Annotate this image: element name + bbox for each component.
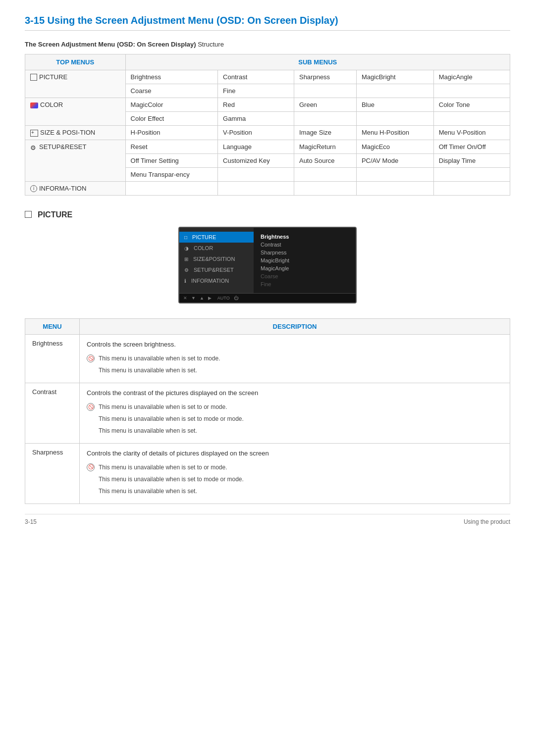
osd-sub-cell [294,84,356,98]
top-menus-header: TOP MENUS [25,54,126,70]
size-table-icon [30,130,38,137]
osd-mockup-sub-item: MagicBright [261,256,349,264]
osd-mockup-sub-item: Contrast [261,241,349,249]
desc-content-cell: Controls the clarity of details of pictu… [80,443,510,504]
osd-sub-cell: Green [294,98,356,112]
osd-mockup-sub-item: Coarse [261,272,349,280]
sub-menus-header: SUB MENUS [125,54,510,70]
osd-mockup-sub-item: Sharpness [261,249,349,256]
osd-sub-cell: Menu Transpar-ency [125,167,218,181]
osd-menu-cell: PICTURE [25,70,126,98]
structure-desc-bold: The Screen Adjustment Menu (OSD: On Scre… [25,41,196,48]
osd-sub-cell: V-Position [218,126,294,140]
osd-sub-cell: Sharpness [294,70,356,84]
desc-content-cell: Controls the screen brightness. 🚫 This m… [80,335,510,383]
osd-sub-cell: Menu V-Position [433,126,510,140]
footer-right: Using the product [464,518,510,525]
osd-sub-cell: Off Timer Setting [125,153,218,167]
osd-mockup-sub-item: Fine [261,280,349,288]
osd-sub-cell: Reset [125,140,218,153]
osd-structure-table: TOP MENUS SUB MENUS PICTUREBrightnessCon… [25,54,510,196]
note-text: This menu is unavailable when is set to … [99,475,503,484]
note-icon: 🚫 [87,463,95,471]
osd-sub-cell: Display Time [433,153,510,167]
osd-mockup: □PICTURE◑COLOR⊞SIZE&POSITION⚙SETUP&RESET… [25,227,510,303]
osd-item-label: SETUP&RESET [194,267,234,273]
desc-main-text: Controls the screen brightness. [87,340,503,350]
note-item: This menu is unavailable when is set. [87,426,503,435]
desc-content-cell: Controls the contrast of the pictures di… [80,383,510,443]
osd-mockup-menu-item: ℹINFORMATION [179,275,254,286]
note-item: This menu is unavailable when is set to … [87,414,503,423]
setup-table-icon: ⚙ [30,144,37,150]
osd-sub-cell: Customized Key [218,153,294,167]
osd-item-label: INFORMATION [191,278,229,284]
osd-item-label: PICTURE [192,234,216,240]
osd-sub-cell [294,181,356,196]
osd-sub-cell: PC/AV Mode [356,153,433,167]
desc-menu-cell: Contrast [25,383,80,443]
osd-item-label: COLOR [194,245,213,251]
desc-menu-header: MENU [25,319,80,335]
osd-sub-cell [125,181,218,196]
note-item: 🚫 This menu is unavailable when is set t… [87,463,503,472]
osd-item-icon: ⊞ [184,256,188,262]
note-text: This menu is unavailable when is set to … [99,403,503,411]
page-title: 3-15 Using the Screen Adjustment Menu (O… [25,15,510,31]
desc-description-header: DESCRIPTION [80,319,510,335]
osd-mockup-menu-item: ⚙SETUP&RESET [179,264,254,275]
osd-btn-down: ▼ [191,296,196,301]
osd-sub-cell [356,167,433,181]
desc-table-row: ContrastControls the contrast of the pic… [25,383,510,443]
page-footer: 3-15 Using the product [25,514,510,525]
osd-bottom-bar: ✕ ▼ ▲ ▶ AUTO ⏻ [179,293,356,302]
osd-sub-cell [356,181,433,196]
note-item: 🚫 This menu is unavailable when is set t… [87,403,503,411]
desc-menu-cell: Sharpness [25,443,80,504]
note-text: This menu is unavailable when is set to … [99,354,503,363]
osd-sub-cell: Blue [356,98,433,112]
note-icon: 🚫 [87,354,95,362]
osd-sub-cell: Fine [218,84,294,98]
osd-sub-cell: MagicColor [125,98,218,112]
osd-item-label: SIZE&POSITION [193,256,235,262]
desc-main-text: Controls the clarity of details of pictu… [87,449,503,459]
desc-table-row: SharpnessControls the clarity of details… [25,443,510,504]
footer-left: 3-15 [25,518,37,525]
osd-sub-cell [218,181,294,196]
osd-screen: □PICTURE◑COLOR⊞SIZE&POSITION⚙SETUP&RESET… [178,227,357,303]
note-text: This menu is unavailable when is set. [99,487,503,496]
desc-main-text: Controls the contrast of the pictures di… [87,388,503,399]
structure-description: The Screen Adjustment Menu (OSD: On Scre… [25,41,510,48]
description-table: MENU DESCRIPTION BrightnessControls the … [25,318,510,504]
osd-item-icon: ⚙ [184,267,189,273]
osd-btn-power: ⏻ [234,296,238,301]
osd-sub-cell: Menu H-Position [356,126,433,140]
osd-item-icon: □ [184,235,187,240]
picture-section-heading: PICTURE [25,210,510,219]
osd-sub-cell [433,112,510,126]
osd-sub-cell [294,167,356,181]
osd-menu-cell: COLOR [25,98,126,126]
info-table-icon: i [30,185,37,192]
osd-btn-auto: AUTO [217,296,230,301]
osd-menu-list: □PICTURE◑COLOR⊞SIZE&POSITION⚙SETUP&RESET… [179,228,254,293]
picture-heading-label: PICTURE [38,210,72,219]
note-text: This menu is unavailable when is set to … [99,414,503,423]
desc-menu-cell: Brightness [25,335,80,383]
osd-sub-cell: MagicAngle [433,70,510,84]
osd-sub-cell: MagicEco [356,140,433,153]
osd-sub-cell: Coarse [125,84,218,98]
osd-sub-cell [356,84,433,98]
osd-sub-cell [433,84,510,98]
osd-menu-cell: iINFORMA-TION [25,181,126,196]
osd-mockup-menu-item: ◑COLOR [179,243,254,253]
osd-sub-cell: H-Position [125,126,218,140]
osd-item-icon: ◑ [184,246,189,251]
note-item: This menu is unavailable when is set to … [87,475,503,484]
osd-menu-cell: SIZE & POSI-TION [25,126,126,140]
osd-btn-up: ▲ [200,296,204,301]
note-text: This menu is unavailable when is set to … [99,463,503,472]
osd-sub-list: BrightnessContrastSharpnessMagicBrightMa… [254,228,356,293]
osd-mockup-menu-item: □PICTURE [179,232,254,243]
